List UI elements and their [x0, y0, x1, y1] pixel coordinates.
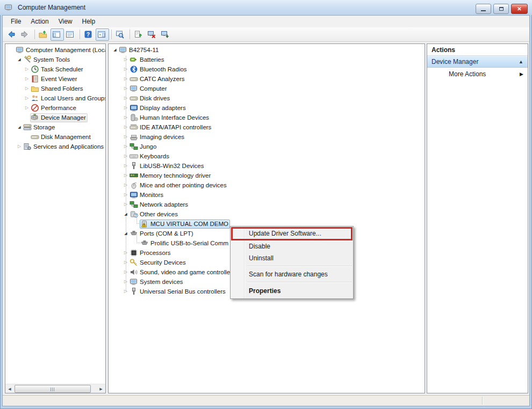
mouse-icon [130, 181, 138, 189]
chip-icon [130, 249, 138, 257]
expand-expander-icon[interactable]: ▷ [123, 132, 129, 142]
minimize-button[interactable] [476, 4, 491, 14]
expand-expander-icon[interactable]: ▷ [123, 287, 129, 296]
tree-item-local-users-and-groups[interactable]: ▷Local Users and Groups [5, 93, 105, 103]
show-console-tree-button[interactable] [51, 28, 64, 41]
collapse-expander-icon[interactable]: ◢ [16, 122, 23, 132]
tree-item-network-adapters[interactable]: ▷Network adapters [109, 200, 425, 209]
back-arrow-button[interactable] [5, 28, 19, 41]
menu-file[interactable]: File [6, 16, 26, 27]
title-bar[interactable]: Computer Management ✕ [0, 0, 532, 15]
tree-item-human-interface-devices[interactable]: ▷Human Interface Devices [109, 113, 425, 122]
expand-expander-icon[interactable]: ▷ [123, 55, 129, 64]
show-action-pane-button[interactable] [96, 28, 109, 41]
tree-item-computer[interactable]: ▷Computer [109, 84, 425, 93]
context-menu-item-disable[interactable]: Disable [231, 240, 353, 252]
expand-expander-icon[interactable]: ▷ [123, 122, 129, 132]
context-menu-item-scan-for-hardware-changes[interactable]: Scan for hardware changes [231, 268, 353, 280]
tree-item-memory-technology-driver[interactable]: ▷Memory technology driver [109, 171, 425, 180]
tree-item-disk-management[interactable]: Disk Management [5, 132, 105, 142]
tree-item-content: Services and Applications [23, 142, 105, 151]
tree-item-device-manager[interactable]: Device Manager [5, 113, 105, 122]
tree-item-computer-management-local[interactable]: Computer Management (Local) [5, 45, 105, 55]
expand-expander-icon[interactable]: ▷ [123, 180, 129, 190]
menu-help[interactable]: Help [77, 16, 100, 27]
scan-hardware-button[interactable] [114, 28, 127, 41]
context-menu-item-properties[interactable]: Properties [231, 284, 353, 297]
expand-expander-icon[interactable]: ▷ [123, 113, 129, 122]
tools-icon [23, 55, 32, 64]
tree-item-disk-drives[interactable]: ▷Disk drives [109, 93, 425, 103]
expand-expander-icon[interactable]: ▷ [24, 64, 30, 74]
collapse-arrow-icon[interactable]: ▲ [519, 59, 523, 64]
expand-expander-icon[interactable]: ▷ [123, 190, 129, 200]
help-button[interactable]: ? [82, 28, 96, 41]
expand-expander-icon[interactable]: ▷ [123, 161, 129, 171]
context-menu-item-uninstall[interactable]: Uninstall [231, 252, 353, 264]
tree-item-other-devices[interactable]: ◢?Other devices [109, 209, 425, 219]
expand-expander-icon[interactable]: ▷ [123, 142, 129, 151]
expand-expander-icon[interactable]: ▷ [123, 258, 129, 267]
tree-item-display-adapters[interactable]: ▷Display adapters [109, 103, 425, 113]
expand-expander-icon[interactable]: ▷ [123, 74, 129, 84]
tree-item-libusb-win32-devices[interactable]: ▷LibUSB-Win32 Devices [109, 161, 425, 171]
expand-expander-icon[interactable]: ▷ [123, 277, 129, 287]
disable-device-button[interactable] [146, 28, 159, 41]
collapse-expander-icon[interactable]: ◢ [123, 229, 129, 238]
collapse-expander-icon[interactable]: ◢ [123, 209, 129, 219]
expand-expander-icon[interactable]: ▷ [123, 103, 129, 113]
expand-expander-icon[interactable]: ▷ [16, 142, 23, 151]
tree-item-services-and-applications[interactable]: ▷Services and Applications [5, 142, 105, 151]
context-menu-item-update-driver-software[interactable]: Update Driver Software... [231, 227, 353, 240]
tree-item-mice-and-other-pointing-devices[interactable]: ▷Mice and other pointing devices [109, 180, 425, 190]
expand-expander-icon[interactable]: ▷ [123, 93, 129, 103]
tree-item-b42754-11[interactable]: ◢B42754-11 [109, 45, 425, 55]
tree-item-system-tools[interactable]: ◢System Tools [5, 55, 105, 64]
tree-item-storage[interactable]: ◢Storage [5, 122, 105, 132]
tree-item-bluetooth-radios[interactable]: ▷Bluetooth Radios [109, 64, 425, 74]
tree-item-batteries[interactable]: ▷Batteries [109, 55, 425, 64]
scroll-left-button[interactable]: ◀ [5, 385, 14, 393]
up-level-folder-button[interactable] [37, 28, 51, 41]
tree-item-shared-folders[interactable]: ▷Shared Folders [5, 84, 105, 93]
expand-expander-icon[interactable]: ▷ [24, 93, 30, 103]
tree-item-jungo[interactable]: ▷Jungo [109, 142, 425, 151]
expand-expander-icon[interactable]: ▷ [123, 267, 129, 277]
tree-item-task-scheduler[interactable]: ▷Task Scheduler [5, 64, 105, 74]
forward-arrow-button[interactable] [19, 28, 32, 41]
expand-expander-icon[interactable]: ▷ [123, 84, 129, 93]
expand-expander-icon[interactable]: ▷ [123, 248, 129, 258]
collapse-expander-icon[interactable]: ◢ [112, 45, 118, 55]
close-button[interactable]: ✕ [511, 4, 528, 14]
update-driver-button[interactable] [132, 28, 146, 41]
expand-expander-icon[interactable]: ▷ [123, 151, 129, 161]
tree-item-keyboards[interactable]: ▷Keyboards [109, 151, 425, 161]
actions-section-device-manager[interactable]: Device Manager ▲ [427, 56, 528, 68]
menu-action[interactable]: Action [26, 16, 53, 27]
tree-item-performance[interactable]: ▷Performance [5, 103, 105, 113]
tree-item-label: Other devices [140, 211, 178, 217]
tree-item-imaging-devices[interactable]: ▷Imaging devices [109, 132, 425, 142]
expand-expander-icon[interactable]: ▷ [123, 171, 129, 180]
more-actions-item[interactable]: More Actions ▶ [427, 68, 528, 81]
tree-item-catc-analyzers[interactable]: ▷CATC Analyzers [109, 74, 425, 84]
scroll-right-button[interactable]: ▶ [97, 385, 105, 393]
tree-item-monitors[interactable]: ▷Monitors [109, 190, 425, 200]
expand-expander-icon[interactable]: ▷ [24, 103, 30, 113]
restore-button[interactable] [493, 4, 509, 14]
menu-view[interactable]: View [54, 16, 77, 27]
uninstall-device-button[interactable] [159, 28, 172, 41]
expand-expander-icon[interactable]: ▷ [123, 64, 129, 74]
collapse-expander-icon[interactable]: ◢ [16, 55, 23, 64]
tree-item-content: Jungo [129, 142, 158, 151]
expand-expander-icon[interactable]: ▷ [24, 74, 30, 84]
tree-item-ide-ata-atapi-controllers[interactable]: ▷IDE ATA/ATAPI controllers [109, 122, 425, 132]
expand-expander-icon[interactable]: ▷ [123, 200, 129, 209]
export-list-button[interactable] [64, 28, 77, 41]
expand-expander-icon[interactable]: ▷ [24, 84, 30, 93]
horizontal-scrollbar[interactable]: ◀ ▶ [5, 384, 105, 393]
speaker-icon [130, 268, 138, 276]
tree-item-event-viewer[interactable]: ▷Event Viewer [5, 74, 105, 84]
tree-item-label: Computer [140, 85, 167, 92]
scrollbar-thumb[interactable] [15, 385, 91, 393]
